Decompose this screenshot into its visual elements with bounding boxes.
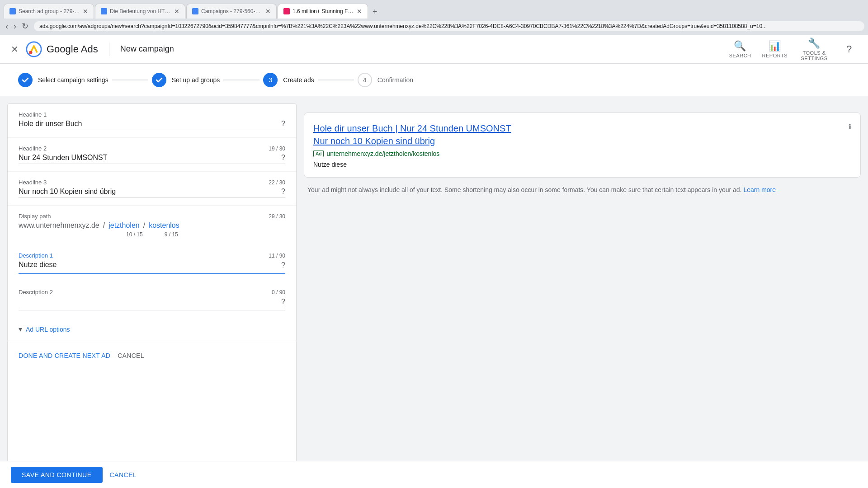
headline1-header: Headline 1 [19, 111, 285, 118]
step-3-circle: 3 [263, 73, 278, 87]
description2-value-row: ? [19, 296, 285, 308]
reports-action[interactable]: 📊 REPORTS [762, 40, 788, 58]
headline3-count: 22 / 30 [269, 179, 285, 186]
back-button[interactable]: ‹ [4, 21, 10, 32]
ad-url-options[interactable]: ▾ Ad URL options [8, 318, 296, 341]
search-action[interactable]: 🔍 SEARCH [729, 40, 751, 58]
headline3-header: Headline 3 22 / 30 [19, 179, 285, 186]
header-divider [109, 42, 109, 56]
headline3-field: Headline 3 22 / 30 Nur noch 10 Kopien si… [8, 172, 296, 206]
step-4-circle: 4 [358, 73, 372, 87]
bottom-bar: SAVE AND CONTINUE CANCEL [0, 461, 868, 488]
headline1-underline [19, 130, 285, 130]
headline2-header: Headline 2 19 / 30 [19, 145, 285, 152]
step-2-label: Set up ad groups [172, 76, 220, 84]
description2-header: Description 2 0 / 90 [19, 289, 285, 296]
tab-4[interactable]: 1.6 million+ Stunning Free Im... ✕ [278, 4, 368, 19]
save-continue-button[interactable]: SAVE AND CONTINUE [11, 467, 103, 483]
reports-label: REPORTS [762, 53, 788, 58]
headline3-underline [19, 197, 285, 198]
description2-underline [19, 310, 285, 310]
tools-action[interactable]: 🔧 TOOLS & SETTINGS [798, 38, 830, 61]
form-panel: Headline 1 Hole dir unser Buch ? Headlin… [7, 103, 297, 470]
ad-title-part1: Hole dir unser Buch [313, 123, 393, 133]
tab-1-favicon [9, 8, 16, 14]
headline2-text: Nur 24 Stunden UMSONST [19, 154, 108, 162]
headline1-help-icon[interactable]: ? [281, 120, 285, 128]
tab-1-title: Search ad group - 279-560-1... [19, 8, 80, 14]
ad-preview-title-text: Hole dir unser Buch | Nur 24 Stunden UMS… [313, 122, 511, 147]
step-connector-3 [318, 80, 354, 80]
tab-4-title: 1.6 million+ Stunning Free Im... [292, 8, 354, 14]
path2-value: kostenlos [149, 221, 179, 230]
forward-button[interactable]: › [12, 21, 18, 32]
description1-count: 11 / 90 [269, 253, 285, 259]
display-path-label: Display path [19, 213, 51, 220]
step-1-label: Select campaign settings [38, 76, 108, 84]
address-bar[interactable]: ads.google.com/aw/adgroups/new#search?ca… [34, 21, 864, 31]
tab-4-favicon [283, 8, 290, 14]
display-path-row: www.unternehmenxyz.de / jetztholen / kos… [19, 221, 285, 230]
description2-help-icon[interactable]: ? [281, 298, 285, 306]
headline2-field: Headline 2 19 / 30 Nur 24 Stunden UMSONS… [8, 138, 296, 172]
path1-value: jetztholen [108, 221, 140, 230]
done-next-ad-button[interactable]: DONE AND CREATE NEXT AD [19, 348, 110, 363]
learn-more-link[interactable]: Learn more [743, 186, 776, 193]
new-tab-button[interactable]: + [369, 5, 381, 19]
tab-2-title: Die Bedeutung von HTTPS -... [110, 8, 171, 14]
tab-4-close[interactable]: ✕ [357, 8, 362, 15]
step-4-label: Confirmation [377, 76, 413, 84]
search-icon: 🔍 [734, 40, 746, 52]
headline2-label: Headline 2 [19, 145, 47, 152]
tab-2[interactable]: Die Bedeutung von HTTPS -... ✕ [95, 4, 185, 19]
refresh-button[interactable]: ↻ [20, 20, 30, 32]
description2-input[interactable] [19, 297, 281, 308]
preview-panel: Hole dir unser Buch | Nur 24 Stunden UMS… [297, 96, 868, 478]
description1-value-row: Nutze diese ? [19, 259, 285, 272]
url-options-label: Ad URL options [26, 326, 70, 333]
description1-header: Description 1 11 / 90 [19, 252, 285, 259]
ad-title-sep1: | [393, 123, 400, 133]
tab-3-title: Campaigns - 279-560-1893 -... [201, 8, 263, 14]
nav-buttons: ‹ › ↻ [4, 20, 30, 32]
headline3-help-icon[interactable]: ? [281, 188, 285, 196]
headline3-label: Headline 3 [19, 179, 47, 186]
step-connector-2 [223, 80, 259, 80]
headline1-text: Hole dir unser Buch [19, 120, 82, 128]
display-path-field: Display path 29 / 30 www.unternehmenxyz.… [8, 206, 296, 245]
reports-icon: 📊 [769, 40, 781, 52]
description1-help-icon[interactable]: ? [281, 261, 285, 269]
cancel-button[interactable]: CANCEL [110, 471, 137, 479]
display-path-count: 29 / 30 [269, 213, 285, 220]
headline1-field: Headline 1 Hole dir unser Buch ? [8, 104, 296, 138]
browser-chrome: Search ad group - 279-560-1... ✕ Die Bed… [0, 0, 868, 35]
tab-1-close[interactable]: ✕ [83, 8, 88, 15]
base-url: www.unternehmenxyz.de [19, 221, 99, 230]
headline2-underline [19, 164, 285, 164]
chevron-down-icon: ▾ [19, 325, 22, 333]
description2-field: Description 2 0 / 90 ? [8, 282, 296, 318]
headline1-value: Hole dir unser Buch ? [19, 120, 285, 128]
stepper: Select campaign settings Set up ad group… [0, 64, 868, 96]
headline2-count: 19 / 30 [269, 145, 285, 152]
app-header: ✕ Google Ads New campaign 🔍 SEARCH 📊 REP… [0, 35, 868, 64]
description1-input[interactable]: Nutze diese [19, 261, 281, 272]
step-3-label: Create ads [283, 76, 314, 84]
step-3: 3 Create ads [263, 73, 314, 87]
step-4: 4 Confirmation [358, 73, 413, 87]
tab-3-favicon [192, 8, 198, 14]
preview-info-text: Your ad might not always include all of … [304, 185, 861, 195]
step-1: Select campaign settings [18, 73, 108, 87]
tab-3-close[interactable]: ✕ [265, 8, 271, 15]
preview-spacer [304, 103, 861, 113]
tab-1[interactable]: Search ad group - 279-560-1... ✕ [4, 4, 94, 19]
tools-label: TOOLS & SETTINGS [798, 50, 830, 61]
headline2-help-icon[interactable]: ? [281, 154, 285, 162]
form-section: Headline 1 Hole dir unser Buch ? Headlin… [8, 104, 296, 370]
close-button[interactable]: ✕ [11, 44, 19, 55]
tab-3[interactable]: Campaigns - 279-560-1893 -... ✕ [186, 4, 277, 19]
cancel-inline-button[interactable]: CANCEL [118, 348, 144, 363]
help-button[interactable]: ? [841, 41, 857, 57]
path2-count: 9 / 15 [165, 231, 178, 238]
tab-2-close[interactable]: ✕ [174, 8, 179, 15]
